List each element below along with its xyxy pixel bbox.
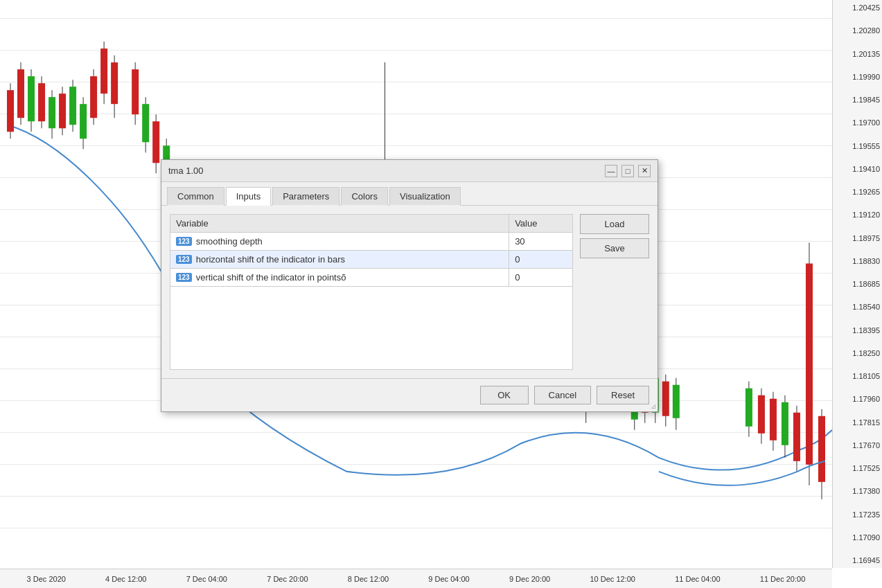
type-badge: 123 xyxy=(176,273,192,282)
time-label: 11 Dec 04:00 xyxy=(675,575,720,583)
svg-rect-11 xyxy=(59,93,66,128)
save-button[interactable]: Save xyxy=(580,238,649,258)
table-row: 123 vertical shift of the indicator in p… xyxy=(170,269,573,287)
col-value: Value xyxy=(509,215,573,233)
price-label: 1.18685 xyxy=(835,280,880,288)
time-label: 3 Dec 2020 xyxy=(27,575,66,583)
price-label: 1.18105 xyxy=(835,372,880,380)
time-label: 10 Dec 12:00 xyxy=(590,575,635,583)
price-label: 1.17815 xyxy=(835,418,880,427)
ok-button[interactable]: OK xyxy=(480,386,529,404)
empty-row xyxy=(170,287,573,370)
price-label: 1.20135 xyxy=(835,50,880,58)
time-label: 7 Dec 04:00 xyxy=(186,575,227,583)
tab-common[interactable]: Common xyxy=(167,187,224,206)
time-label: 9 Dec 20:00 xyxy=(509,575,550,583)
svg-rect-21 xyxy=(111,62,118,104)
price-label: 1.19555 xyxy=(835,142,880,150)
time-label: 7 Dec 20:00 xyxy=(267,575,308,583)
close-button[interactable]: ✕ xyxy=(638,165,651,177)
variable-cell: 123 smoothing depth xyxy=(170,233,509,251)
tab-bar: Common Inputs Parameters Colors Visualiz… xyxy=(161,182,658,206)
svg-rect-23 xyxy=(132,69,139,114)
col-variable: Variable xyxy=(170,215,509,233)
time-label: 8 Dec 12:00 xyxy=(348,575,389,583)
price-label: 1.19700 xyxy=(835,118,880,127)
price-label: 1.19410 xyxy=(835,165,880,173)
price-label: 1.18975 xyxy=(835,234,880,242)
reset-button[interactable]: Reset xyxy=(597,386,649,404)
svg-rect-3 xyxy=(17,69,24,118)
price-label: 1.18830 xyxy=(835,257,880,265)
time-label: 9 Dec 04:00 xyxy=(428,575,469,583)
dialog-title: tma 1.00 xyxy=(168,166,204,176)
dialog: tma 1.00 — □ ✕ Common Inputs Parameters … xyxy=(161,159,658,412)
price-label: 1.19265 xyxy=(835,188,880,196)
tab-colors[interactable]: Colors xyxy=(341,187,388,206)
svg-rect-27 xyxy=(152,121,159,163)
variable-name: horizontal shift of the indicator in bar… xyxy=(196,254,345,265)
svg-rect-79 xyxy=(662,382,669,416)
svg-rect-85 xyxy=(758,395,765,434)
svg-rect-93 xyxy=(806,263,813,464)
svg-rect-81 xyxy=(673,385,680,418)
price-label: 1.18395 xyxy=(835,326,880,335)
price-label: 1.18540 xyxy=(835,303,880,311)
dialog-titlebar: tma 1.00 — □ ✕ xyxy=(161,160,658,182)
price-label: 1.17670 xyxy=(835,441,880,449)
svg-rect-5 xyxy=(28,76,35,121)
inputs-table: Variable Value 123 smoothing depth 30 xyxy=(170,214,573,370)
price-label: 1.20280 xyxy=(835,26,880,35)
minimize-button[interactable]: — xyxy=(605,165,617,177)
dialog-footer: OK Cancel Reset ⊿ xyxy=(161,378,658,411)
price-label: 1.17235 xyxy=(835,510,880,519)
value-cell[interactable]: 30 xyxy=(509,233,573,251)
side-buttons: Load Save xyxy=(580,214,649,370)
time-axis: 3 Dec 2020 4 Dec 12:00 7 Dec 04:00 7 Dec… xyxy=(0,569,832,588)
price-label: 1.17380 xyxy=(835,487,880,495)
table-row: 123 horizontal shift of the indicator in… xyxy=(170,251,573,269)
svg-rect-13 xyxy=(69,87,76,125)
svg-rect-25 xyxy=(142,104,149,142)
svg-rect-95 xyxy=(818,416,825,482)
tab-visualization[interactable]: Visualization xyxy=(389,187,461,206)
price-axis: 1.20425 1.20280 1.20135 1.19990 1.19845 … xyxy=(832,0,882,568)
type-badge: 123 xyxy=(176,237,192,246)
table-area: Variable Value 123 smoothing depth 30 xyxy=(170,214,573,370)
variable-cell: 123 horizontal shift of the indicator in… xyxy=(170,251,509,269)
value-cell[interactable]: 0 xyxy=(509,269,573,287)
svg-rect-89 xyxy=(782,402,788,445)
price-label: 1.19845 xyxy=(835,96,880,104)
price-label: 1.17525 xyxy=(835,464,880,472)
tab-parameters[interactable]: Parameters xyxy=(272,187,339,206)
svg-rect-1 xyxy=(7,90,14,132)
svg-rect-9 xyxy=(48,97,55,128)
variable-name: smoothing depth xyxy=(196,236,263,247)
value-cell[interactable]: 0 xyxy=(509,251,573,269)
dialog-content: Variable Value 123 smoothing depth 30 xyxy=(161,206,658,378)
type-badge: 123 xyxy=(176,255,192,264)
maximize-button[interactable]: □ xyxy=(621,165,634,177)
tab-inputs[interactable]: Inputs xyxy=(226,187,271,206)
time-label: 11 Dec 20:00 xyxy=(760,575,805,583)
svg-rect-17 xyxy=(90,76,97,118)
svg-rect-7 xyxy=(38,83,45,121)
price-label: 1.17960 xyxy=(835,395,880,403)
svg-rect-15 xyxy=(80,104,87,139)
price-label: 1.19120 xyxy=(835,211,880,219)
svg-rect-87 xyxy=(770,399,777,440)
price-label: 1.19990 xyxy=(835,73,880,81)
price-label: 1.16945 xyxy=(835,556,880,564)
price-label: 1.20425 xyxy=(835,3,880,12)
variable-cell: 123 vertical shift of the indicator in p… xyxy=(170,269,509,287)
load-button[interactable]: Load xyxy=(580,214,649,234)
variable-name: vertical shift of the indicator in point… xyxy=(196,272,346,283)
dialog-controls: — □ ✕ xyxy=(605,165,651,177)
resize-handle[interactable]: ⊿ xyxy=(651,402,656,410)
price-label: 1.18250 xyxy=(835,349,880,357)
cancel-button[interactable]: Cancel xyxy=(534,386,591,404)
price-label: 1.17090 xyxy=(835,533,880,542)
svg-rect-19 xyxy=(100,48,107,93)
svg-rect-91 xyxy=(793,413,800,461)
table-row: 123 smoothing depth 30 xyxy=(170,233,573,251)
